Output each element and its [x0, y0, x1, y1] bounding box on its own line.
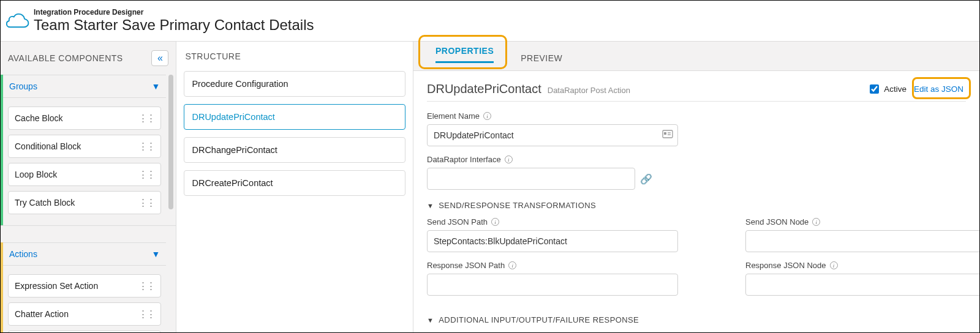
available-components-title: AVAILABLE COMPONENTS	[8, 53, 123, 63]
id-card-icon	[662, 129, 673, 141]
info-icon[interactable]	[505, 155, 513, 163]
structure-item-drchangepricontact[interactable]: DRChangePriContact	[184, 137, 405, 163]
element-type-label: DataRaptor Post Action	[548, 86, 630, 95]
actions-section-header[interactable]: Actions ▼	[3, 242, 166, 266]
info-icon[interactable]	[483, 112, 491, 120]
chevron-double-left-icon: «	[157, 53, 163, 64]
triangle-down-icon: ▼	[427, 316, 434, 324]
element-name-input[interactable]	[427, 124, 678, 146]
drag-handle-icon[interactable]	[138, 200, 154, 205]
designer-header: Integration Procedure Designer Team Star…	[1, 1, 979, 41]
groups-section: Groups ▼ Cache Block Conditional Block L…	[1, 75, 166, 225]
send-json-path-input[interactable]	[427, 230, 678, 252]
component-expression-set-action[interactable]: Expression Set Action	[8, 274, 161, 297]
structure-panel: STRUCTURE Procedure Configuration DRUpda…	[176, 42, 413, 333]
info-icon[interactable]	[812, 218, 820, 226]
component-conditional-block[interactable]: Conditional Block	[8, 135, 161, 158]
drag-handle-icon[interactable]	[138, 116, 154, 121]
send-response-heading: SEND/RESPONSE TRANSFORMATIONS	[439, 201, 596, 210]
structure-item-drcreatepricontact[interactable]: DRCreatePriContact	[184, 170, 405, 196]
available-components-panel: AVAILABLE COMPONENTS « Groups ▼ Cache Bl…	[1, 42, 176, 333]
active-checkbox[interactable]	[870, 84, 879, 94]
response-json-node-label: Response JSON Node	[745, 261, 826, 270]
component-dataraptor-extract-action[interactable]: DataRaptor Extract Action	[8, 331, 161, 333]
groups-label: Groups	[9, 81, 37, 91]
additional-io-heading: ADDITIONAL INPUT/OUTPUT/FAILURE RESPONSE	[439, 315, 639, 324]
structure-title: STRUCTURE	[176, 42, 413, 71]
tabs: PROPERTIES PREVIEW	[413, 42, 979, 71]
link-icon[interactable]: 🔗	[640, 173, 652, 185]
properties-panel: PROPERTIES PREVIEW DRUpdatePriContact Da…	[413, 42, 979, 333]
groups-section-header[interactable]: Groups ▼	[3, 75, 166, 98]
tab-properties[interactable]: PROPERTIES	[422, 37, 507, 70]
component-try-catch-block[interactable]: Try Catch Block	[8, 191, 161, 214]
component-chatter-action[interactable]: Chatter Action	[8, 302, 161, 326]
actions-label: Actions	[9, 249, 37, 259]
component-cache-block[interactable]: Cache Block	[8, 107, 161, 130]
collapse-panel-button[interactable]: «	[151, 50, 168, 66]
component-loop-block[interactable]: Loop Block	[8, 163, 161, 186]
drag-handle-icon[interactable]	[138, 312, 154, 316]
response-json-path-input[interactable]	[427, 274, 678, 296]
send-json-node-label: Send JSON Node	[745, 217, 809, 226]
additional-io-section-toggle[interactable]: ▼ ADDITIONAL INPUT/OUTPUT/FAILURE RESPON…	[427, 315, 966, 324]
structure-item-drupdatepricontact[interactable]: DRUpdatePriContact	[184, 104, 405, 130]
send-response-section-toggle[interactable]: ▼ SEND/RESPONSE TRANSFORMATIONS	[427, 201, 966, 210]
info-icon[interactable]	[830, 261, 838, 269]
cloud-icon	[6, 9, 30, 33]
left-scrollbar[interactable]	[168, 75, 173, 333]
triangle-down-icon: ▼	[427, 202, 434, 209]
response-json-path-label: Response JSON Path	[427, 261, 505, 270]
edit-as-json-link[interactable]: Edit as JSON	[911, 83, 966, 95]
svg-rect-1	[664, 132, 666, 135]
page-title: Team Starter Save Primary Contact Detail…	[34, 17, 314, 34]
element-name-label: Element Name	[427, 111, 480, 121]
dataraptor-interface-input[interactable]	[427, 168, 635, 190]
caret-down-icon: ▼	[152, 249, 160, 259]
structure-item-procedure-configuration[interactable]: Procedure Configuration	[184, 71, 405, 97]
element-title: DRUpdatePriContact	[427, 82, 541, 96]
send-json-node-input[interactable]	[745, 230, 979, 252]
dataraptor-interface-label: DataRaptor Interface	[427, 155, 501, 164]
info-icon[interactable]	[508, 261, 516, 269]
send-json-path-label: Send JSON Path	[427, 217, 488, 226]
drag-handle-icon[interactable]	[138, 144, 154, 149]
drag-handle-icon[interactable]	[138, 172, 154, 177]
header-supertitle: Integration Procedure Designer	[34, 8, 314, 17]
info-icon[interactable]	[491, 218, 499, 226]
caret-down-icon: ▼	[152, 81, 160, 91]
response-json-node-input[interactable]	[745, 274, 979, 296]
active-label: Active	[884, 84, 907, 94]
actions-section: Actions ▼ Expression Set Action Chatter …	[1, 242, 166, 333]
tab-preview[interactable]: PREVIEW	[507, 45, 576, 70]
drag-handle-icon[interactable]	[138, 283, 154, 288]
